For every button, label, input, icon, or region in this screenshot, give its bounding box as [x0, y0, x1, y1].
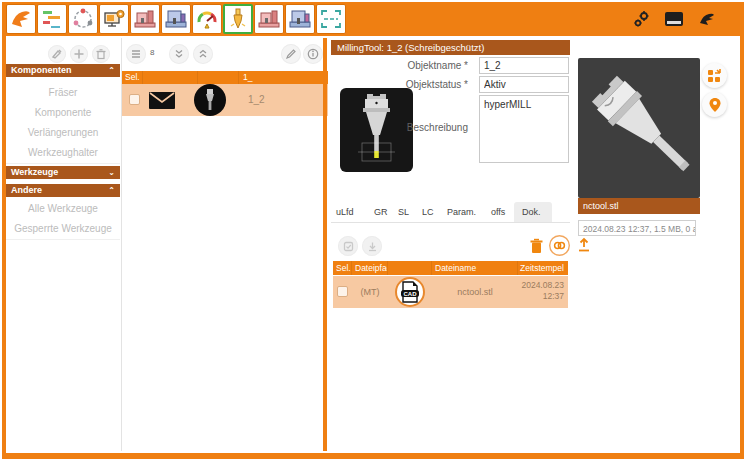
machining-center-icon: [164, 7, 188, 31]
plus-icon: [73, 48, 85, 60]
tab-machine-4[interactable]: [285, 4, 315, 34]
tab-gr[interactable]: GR: [374, 207, 388, 217]
docs-row-timestamp: 2024.08.23 12:37: [510, 280, 564, 302]
viewport-3d[interactable]: [578, 58, 700, 198]
menu-button[interactable]: [126, 44, 146, 64]
docs-row-filename: nctool.stl: [432, 287, 518, 297]
brush-button[interactable]: [48, 45, 66, 63]
sidebar-item-alle-werkzeuge[interactable]: Alle Werkzeuge: [6, 199, 120, 220]
beschreibung-field[interactable]: hyperMILL: [479, 95, 569, 163]
objektstatus-field[interactable]: [479, 76, 569, 93]
tool-list-row[interactable]: 1_2: [122, 84, 328, 116]
cnc-machine-icon: [257, 7, 281, 31]
locate-button[interactable]: [702, 92, 727, 117]
envelope-icon: [148, 91, 176, 110]
sidebar-item-komponente[interactable]: Komponente: [6, 103, 120, 124]
docs-column-path: Dateipfad: [352, 261, 388, 275]
sidebar-section-andere[interactable]: Andere ⌃: [6, 184, 120, 197]
tab-lc[interactable]: LC: [422, 207, 434, 217]
upload-icon[interactable]: [576, 237, 592, 253]
add-button[interactable]: [70, 45, 88, 63]
beschreibung-label: Beschreibung: [392, 122, 468, 133]
svg-text:CAD: CAD: [404, 291, 418, 297]
monitor-gear-icon: [102, 7, 126, 31]
chevron-up-icon: ⌃: [108, 184, 115, 197]
tab-ulfd[interactable]: uLfd: [336, 207, 354, 217]
viewport-filename-bar: nctool.stl: [578, 198, 700, 214]
gauge-icon: [195, 7, 219, 31]
docs-row-checkbox[interactable]: [337, 286, 348, 297]
tab-machine-3[interactable]: [254, 4, 284, 34]
gantt-chart-icon: [40, 7, 64, 31]
tab-gauge[interactable]: [192, 4, 222, 34]
double-chevron-up-icon: [197, 48, 209, 60]
sidebar-item-fraeser[interactable]: Fräser: [6, 83, 120, 104]
window-border-bottom: [2, 453, 744, 459]
tab-sl[interactable]: SL: [398, 207, 409, 217]
docs-column-sel: Sel.: [333, 261, 352, 275]
tab-param[interactable]: Param.: [447, 207, 476, 217]
section-label: Komponenten: [11, 64, 72, 77]
column-name: 1_: [239, 71, 328, 84]
bird-icon[interactable]: [698, 10, 716, 28]
collapse-all-button[interactable]: [193, 44, 213, 64]
sidebar-section-komponenten[interactable]: Komponenten ⌃: [6, 64, 120, 77]
double-chevron-down-icon: [173, 48, 185, 60]
hummingbird-logo[interactable]: [6, 4, 36, 34]
detail-title-bar: MillingTool: 1_2 (Schreibgeschützt): [331, 40, 570, 55]
pencil-icon: [285, 48, 297, 60]
section-label: Werkzeuge: [11, 166, 58, 179]
tool-3d-render: [578, 58, 700, 198]
tab-network[interactable]: [68, 4, 98, 34]
objektname-field[interactable]: [479, 57, 569, 74]
cnc-machine-icon: [133, 7, 157, 31]
sidebar-item-gesperrte-werkzeuge[interactable]: Gesperrte Werkzeuge: [6, 219, 120, 240]
sidebar-section-werkzeuge[interactable]: Werkzeuge ⌄: [6, 166, 120, 179]
trash-icon: [95, 48, 107, 60]
hummingbird-icon: [9, 7, 33, 31]
tab-machine-1[interactable]: [130, 4, 160, 34]
docs-table-header: Sel. Dateipfad Dateiname Zeitstempel: [333, 261, 568, 275]
docs-row-path: (MT): [352, 287, 388, 297]
sidebar-item-werkzeughalter[interactable]: Werkzeughalter: [6, 143, 120, 164]
expand-all-button[interactable]: [169, 44, 189, 64]
docs-table-row[interactable]: (MT) CAD nctool.stl 2024.08.23 12:37: [333, 276, 568, 308]
section-label: Andere: [11, 184, 42, 197]
export-parts-icon: [707, 68, 722, 83]
app-toolbar: [2, 2, 744, 36]
tab-gantt-chart[interactable]: [37, 4, 67, 34]
app-window: Komponenten ⌃ Fräser Komponente Verlänge…: [0, 0, 746, 463]
edit-button[interactable]: [281, 44, 301, 64]
download-button[interactable]: [362, 236, 382, 256]
tab-offs[interactable]: offs: [491, 207, 505, 217]
hamburger-icon: [130, 48, 142, 60]
delete-button[interactable]: [92, 45, 110, 63]
milling-tool-icon: [226, 7, 250, 31]
gears-icon[interactable]: [632, 10, 650, 28]
objektname-label: Objektname *: [392, 60, 468, 71]
select-all-button[interactable]: [338, 236, 358, 256]
docs-column-time: Zeitstempel: [518, 261, 568, 275]
tab-milling-tool-active[interactable]: [223, 4, 253, 34]
link-document-button[interactable]: [549, 235, 570, 256]
select-square-icon: [343, 241, 354, 252]
link-icon: [553, 239, 566, 252]
sidebar-item-verlaengerungen[interactable]: Verlängerungen: [6, 123, 120, 144]
row-checkbox[interactable]: [129, 94, 140, 105]
export-parts-button[interactable]: [702, 63, 727, 88]
scan-frame-icon: [319, 7, 343, 31]
tab-machine-2[interactable]: [161, 4, 191, 34]
delete-document-icon[interactable]: [529, 238, 544, 254]
console-icon[interactable]: [664, 11, 684, 27]
location-pin-icon: [708, 97, 722, 113]
objektstatus-label: Objektstatus *: [392, 79, 468, 90]
tab-monitor-settings[interactable]: [99, 4, 129, 34]
viewport-meta: 2024.08.23 12:37, 1.5 MB, 0 archivier: [578, 220, 696, 236]
tabs-underline: [331, 222, 570, 223]
tab-dok-active[interactable]: Dok.: [522, 207, 541, 217]
info-button[interactable]: [303, 44, 323, 64]
panel-divider: [323, 38, 327, 451]
tab-scan-frame[interactable]: [316, 4, 346, 34]
chevron-down-icon: ⌄: [108, 166, 115, 179]
brush-icon: [51, 48, 63, 60]
